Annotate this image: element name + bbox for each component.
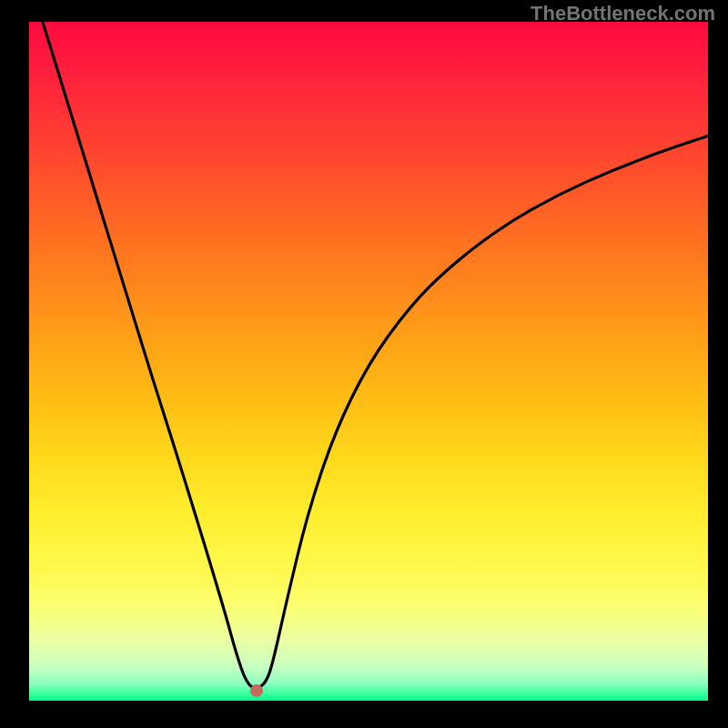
plot-area [29, 22, 708, 701]
watermark-text: TheBottleneck.com [531, 2, 715, 25]
optimum-marker [250, 684, 263, 697]
background-gradient [29, 22, 708, 701]
